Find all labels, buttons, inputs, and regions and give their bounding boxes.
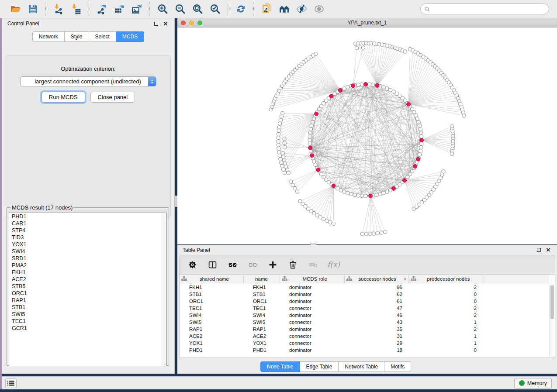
network-node[interactable] [281, 151, 284, 155]
mcds-result-scrollbar[interactable] [162, 213, 166, 366]
table-scrollbar-thumb[interactable] [550, 285, 554, 319]
mcds-result-item[interactable]: CAR1 [9, 220, 166, 227]
network-hub-node[interactable] [407, 102, 411, 106]
network-node[interactable] [419, 149, 422, 153]
table-row[interactable]: PHD1PHD1dominator180 [180, 347, 549, 354]
network-hub-node[interactable] [413, 165, 417, 168]
network-hub-node[interactable] [314, 112, 318, 116]
network-canvas[interactable] [177, 28, 557, 244]
network-node[interactable] [420, 135, 423, 138]
first-neighbors-button[interactable] [277, 2, 291, 16]
table-row[interactable]: RAP1RAP1dominator352 [180, 326, 549, 333]
column-header-name[interactable]: name [243, 275, 280, 284]
network-node[interactable] [308, 131, 312, 134]
network-node[interactable] [378, 193, 382, 196]
network-node[interactable] [462, 114, 466, 117]
network-hub-node[interactable] [308, 146, 312, 150]
delete-column-button[interactable] [287, 259, 298, 270]
network-node[interactable] [360, 83, 364, 86]
table-row[interactable]: TEC1TEC1connector472 [180, 305, 549, 312]
network-node[interactable] [277, 140, 280, 143]
network-node[interactable] [308, 135, 311, 138]
mcds-result-item[interactable]: TID3 [9, 234, 166, 241]
table-row[interactable]: STB1STB1dominator620 [180, 291, 549, 298]
run-mcds-button[interactable]: Run MCDS [42, 92, 85, 103]
network-node[interactable] [293, 186, 297, 190]
network-node[interactable] [367, 83, 371, 86]
network-node[interactable] [385, 190, 389, 193]
network-node[interactable] [291, 183, 294, 187]
network-node[interactable] [284, 165, 288, 168]
network-hub-node[interactable] [375, 83, 379, 87]
network-node[interactable] [412, 207, 415, 210]
table-row[interactable]: SWI4SWI4dominator462 [180, 312, 549, 319]
network-node[interactable] [450, 152, 453, 155]
mcds-result-item[interactable]: GCR1 [9, 325, 166, 332]
zoom-in-button[interactable] [155, 2, 170, 16]
network-hub-node[interactable] [369, 194, 373, 198]
network-hub-node[interactable] [351, 84, 355, 88]
network-node[interactable] [318, 216, 322, 219]
network-node[interactable] [283, 141, 286, 144]
network-node[interactable] [282, 155, 285, 158]
column-header-MCDS-role[interactable]: MCDS role [280, 275, 344, 284]
export-network-button[interactable] [94, 2, 109, 16]
network-node[interactable] [277, 136, 280, 140]
show-panels-button[interactable] [5, 378, 17, 388]
tab-node-table[interactable]: Node Table [260, 361, 300, 372]
search-input[interactable] [433, 6, 545, 12]
network-node[interactable] [339, 189, 343, 192]
tab-mcds[interactable]: MCDS [116, 31, 144, 42]
tab-edge-table[interactable]: Edge Table [300, 361, 339, 372]
column-mode-button[interactable] [207, 259, 218, 270]
network-node[interactable] [280, 164, 284, 168]
mcds-result-item[interactable]: ORC1 [9, 290, 166, 297]
deselect-all-button[interactable] [247, 259, 258, 270]
export-table-button[interactable] [112, 2, 127, 16]
network-node[interactable] [384, 230, 387, 234]
network-node[interactable] [419, 127, 422, 131]
network-node[interactable] [382, 191, 385, 195]
network-node[interactable] [364, 194, 367, 198]
network-node[interactable] [356, 83, 360, 86]
column-header-shared-name[interactable]: shared name [180, 275, 243, 284]
network-node[interactable] [280, 161, 283, 164]
table-settings-button[interactable] [187, 259, 198, 270]
network-node[interactable] [346, 86, 349, 89]
network-node[interactable] [298, 199, 302, 203]
table-scrollbar[interactable] [549, 284, 555, 358]
network-node[interactable] [279, 118, 282, 122]
export-image-button[interactable] [129, 2, 144, 16]
save-session-button[interactable] [25, 2, 40, 16]
network-node[interactable] [329, 220, 332, 224]
network-node[interactable] [360, 232, 364, 236]
network-node[interactable] [283, 145, 287, 149]
network-node[interactable] [389, 88, 392, 92]
network-node[interactable] [415, 117, 419, 120]
import-table-button[interactable] [69, 2, 83, 16]
mcds-result-item[interactable]: STB5 [9, 283, 166, 290]
network-hub-node[interactable] [310, 154, 314, 158]
mcds-result-item[interactable]: SWI5 [9, 311, 166, 318]
mcds-result-item[interactable]: STB1 [9, 304, 166, 311]
network-node[interactable] [277, 143, 280, 147]
network-node[interactable] [308, 138, 311, 142]
network-node[interactable] [417, 120, 420, 124]
tab-select[interactable]: Select [89, 31, 116, 42]
network-node[interactable] [322, 217, 325, 221]
network-node[interactable] [418, 124, 422, 127]
column-header-predecessor-nodes[interactable]: predecessor nodes [408, 275, 483, 284]
network-hub-node[interactable] [338, 88, 342, 92]
mcds-result-item[interactable]: FKH1 [9, 269, 166, 276]
network-node[interactable] [277, 129, 280, 132]
select-all-button[interactable] [227, 259, 238, 270]
network-node[interactable] [361, 46, 365, 49]
network-node[interactable] [308, 142, 311, 145]
optimization-criterion-dropdown[interactable]: largest connected component (undirected)… [20, 76, 156, 86]
mcds-result-item[interactable]: RAP1 [9, 297, 166, 304]
network-graph[interactable] [177, 28, 557, 244]
table-panel-close-button[interactable]: ✕ [545, 247, 552, 254]
network-node[interactable] [283, 137, 286, 141]
new-network-from-selection-button[interactable] [259, 2, 274, 16]
network-node[interactable] [310, 124, 313, 127]
